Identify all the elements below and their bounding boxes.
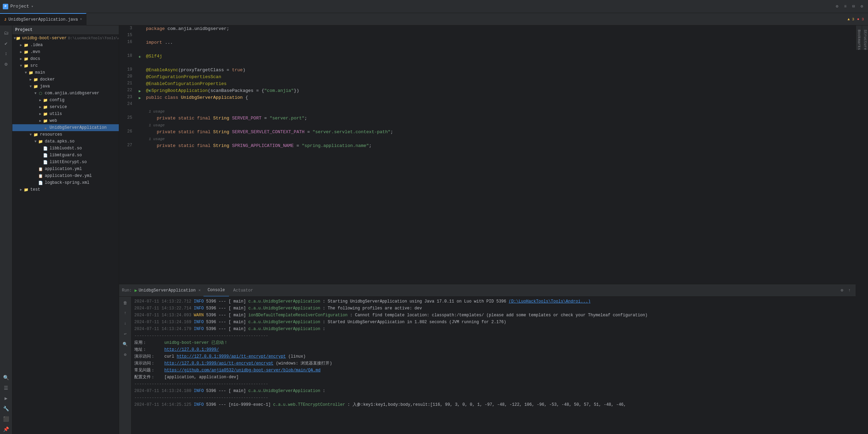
vcs-icon[interactable]: ✔ [1, 39, 11, 48]
tree-item-application-yml[interactable]: 📋 application.yml [12, 166, 119, 172]
line-content-20: @ConfigurationPropertiesScan [143, 74, 856, 81]
gutter-27 [136, 142, 143, 149]
config-label: 配置文件： [134, 374, 162, 380]
demo1-curl: curl [164, 354, 177, 359]
demo1-link[interactable]: http://127.0.0.1:9999/api/tt-encrypt/enc… [177, 354, 286, 359]
yaml-icon-1: 📋 [38, 166, 43, 172]
tree-item-src[interactable]: ▼ 📁 src [12, 62, 119, 69]
line-content-blank1 [143, 46, 856, 53]
tree-item-idea[interactable]: ▶ 📁 .idea [12, 42, 119, 49]
tree-item-test[interactable]: ▶ 📁 test [12, 186, 119, 193]
tab-console[interactable]: Console [203, 284, 229, 297]
log-link-1[interactable]: (D:\LuoHackTools\Tools\Androi...) [509, 299, 590, 304]
config-icon[interactable]: ⚙ [858, 3, 865, 10]
gutter-18[interactable]: ⬖ [136, 53, 143, 60]
libbluodst-label: libbluodst.so [50, 146, 82, 151]
run-close-icon[interactable]: × [198, 288, 201, 293]
tree-item-logback[interactable]: 📄 logback-spring.xml [12, 179, 119, 186]
console-toolbar: 🗑 ↑ ↓ ↩ 🔍 ⚙ [119, 297, 132, 434]
tree-item-web[interactable]: ▶ 📁 web [12, 117, 119, 124]
error-badge: ● 3 [857, 17, 864, 21]
pin-icon[interactable]: 📌 [1, 424, 11, 434]
code-area[interactable]: 3 package com.anjia.unidbgserver; 15 [119, 25, 856, 284]
line-num-blank3: 24 [119, 101, 136, 108]
app-dev-yml-label: application-dev.yml [45, 173, 92, 178]
tree-item-data-apks[interactable]: ▼ 📁 data.apks.so [12, 138, 119, 145]
console-wrap-icon[interactable]: ↩ [121, 329, 130, 339]
so-icon-2: 📄 [43, 152, 48, 158]
line-content-27: private static final String SPRING_APPLI… [143, 142, 856, 149]
tree-item-main[interactable]: ▼ 📁 main [12, 69, 119, 76]
structure-label[interactable]: Structure [863, 30, 867, 50]
reorder-icon[interactable]: ↕ [1, 49, 11, 59]
log-ts-1: 2024-07-11 14:13:22.712 [134, 299, 191, 304]
tree-item-config[interactable]: ▶ 📁 config [12, 97, 119, 104]
config-label: config [50, 98, 64, 103]
tree-item-java[interactable]: ▼ 📁 java [12, 83, 119, 90]
line-num-3: 3 [119, 25, 136, 32]
project-label[interactable]: Project [10, 4, 29, 9]
tree-item-libbluodst[interactable]: 📄 libbluodst.so [12, 145, 119, 152]
addr-value[interactable]: http://127.0.0.1:9999/ [164, 347, 219, 352]
project-tree-icon[interactable]: 🗂 [1, 28, 11, 38]
tab-close-button[interactable]: × [80, 18, 82, 21]
left-sidebar-icons: 🗂 ✔ ↕ ⚙ 🔍 ☰ ▶ 🔧 ⬛ 📌 [0, 25, 12, 434]
tree-item-package[interactable]: ▼ ⬡ com.anjia.unidbgserver [12, 90, 119, 97]
main-label: main [35, 70, 45, 75]
log-ts-3: 2024-07-11 14:13:24.093 [134, 313, 191, 318]
tree-item-utils[interactable]: ▶ 📁 utils [12, 110, 119, 117]
so-icon-1: 📄 [43, 146, 48, 151]
console-filter-icon[interactable]: 🔍 [121, 339, 130, 349]
tree-item-docs[interactable]: ▶ 📁 docs [12, 55, 119, 62]
libttEncrypt-label: libttEncrypt.so [50, 160, 87, 165]
editor-console-area: 3 package com.anjia.unidbgserver; 15 [119, 25, 856, 434]
tab-UnidbgServerApplication[interactable]: J UnidbgServerApplication.java × [0, 13, 86, 25]
docs-icon: 📁 [23, 56, 29, 62]
project-dropdown-icon[interactable]: ▾ [31, 4, 34, 9]
split-icon[interactable]: ⊟ [850, 3, 857, 10]
tree-item-service[interactable]: ▶ 📁 service [12, 104, 119, 110]
line-content-21: @EnableConfigurationProperties [143, 81, 856, 87]
build-icon[interactable]: ☰ [1, 383, 11, 393]
test-icon: 📁 [23, 187, 29, 192]
demo2-link[interactable]: http://127.0.0.1:9999/api/tt-encrypt/enc… [164, 361, 273, 366]
tree-item-libttEncrypt[interactable]: 📄 libttEncrypt.so [12, 159, 119, 166]
tree-item-main-class[interactable]: ☕ UnidbgServerApplication [12, 124, 119, 131]
bookmarks-label[interactable]: Bookmarks [857, 30, 861, 50]
log-level-1: INFO [194, 299, 206, 304]
terminal-icon[interactable]: ⬛ [1, 414, 11, 424]
qa-link[interactable]: https://github.com/anjia0532/unidbg-boot… [164, 368, 321, 373]
console-log-line-1: 2024-07-11 14:13:22.712 INFO 5396 --- [ … [132, 298, 856, 305]
console-clear-icon[interactable]: 🗑 [121, 298, 130, 308]
tree-item-docker[interactable]: ▶ 📁 docker [12, 76, 119, 83]
console-scroll-up-icon[interactable]: ↑ [121, 308, 130, 318]
run-maximize-icon[interactable]: ↑ [846, 287, 853, 294]
tree-item-libmtguard[interactable]: 📄 libmtguard.so [12, 152, 119, 159]
log-msg-1: : Starting UnidbgServerApplication using… [323, 299, 509, 304]
tree-item-root[interactable]: ▼ 📁 unidbg-boot-server D:\LuoHackTools\T… [12, 35, 119, 42]
tree-item-resources[interactable]: ▼ 📁 resources [12, 131, 119, 138]
search-sidebar-icon[interactable]: 🔍 [1, 373, 11, 382]
console-log-line-4: 2024-07-11 14:13:24.169 INFO 5396 --- [ … [132, 319, 856, 326]
console-scroll-down-icon[interactable]: ↓ [121, 319, 130, 328]
project-icon: P [3, 4, 8, 9]
tree-item-application-dev-yml[interactable]: 📋 application-dev.yml [12, 172, 119, 179]
tree-item-mvn[interactable]: ▶ 📁 .mvn [12, 49, 119, 55]
layout-icon[interactable]: ≡ [842, 3, 849, 10]
run-settings-icon[interactable]: ⚙ [841, 288, 843, 293]
code-usage-1: 1 usage [119, 108, 856, 115]
console-separator-2: ----------------------------------------… [132, 381, 856, 388]
log-pid-3: 5396 --- [ [206, 313, 231, 318]
tab-actuator[interactable]: Actuator [229, 284, 257, 297]
gutter-usage1 [136, 108, 143, 115]
debug-icon[interactable]: 🔧 [1, 404, 11, 413]
project-tree[interactable]: Project ▼ 📁 unidbg-boot-server D:\LuoHac… [12, 25, 119, 434]
settings-icon[interactable]: ⚙ [834, 3, 840, 10]
settings-sidebar-icon[interactable]: ⚙ [1, 59, 11, 69]
java-label: java [40, 84, 50, 89]
console-settings-icon[interactable]: ⚙ [121, 350, 130, 359]
gutter-23[interactable]: ▶ [136, 94, 143, 101]
line-num-25: 25 [119, 115, 136, 122]
gutter-22[interactable]: ▶ [136, 87, 143, 94]
run-sidebar-icon[interactable]: ▶ [1, 393, 11, 403]
